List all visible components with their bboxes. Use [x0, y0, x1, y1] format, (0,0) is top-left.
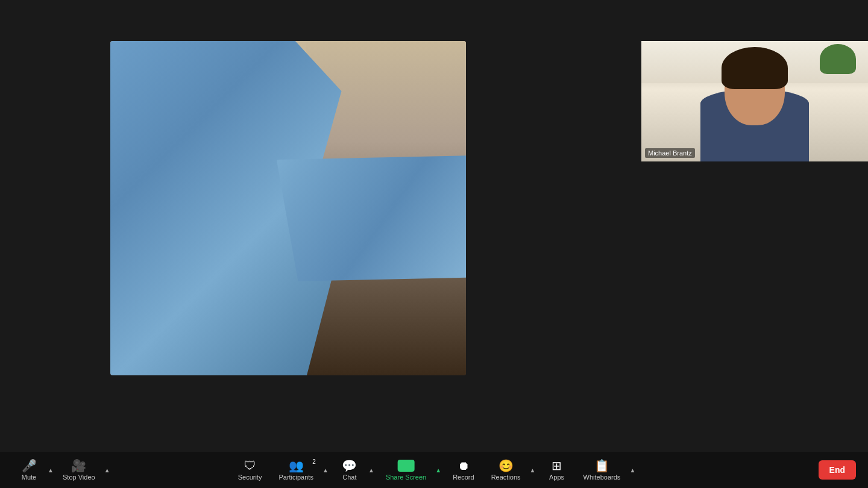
- mute-label: Mute: [22, 474, 36, 481]
- end-button[interactable]: End: [819, 460, 856, 480]
- share-screen-caret[interactable]: ▲: [433, 458, 443, 482]
- security-label: Security: [238, 474, 262, 481]
- reactions-group: 😊 Reactions ▲: [484, 457, 538, 484]
- primary-video-content: [110, 41, 466, 375]
- whiteboards-caret[interactable]: ▲: [627, 458, 637, 482]
- share-screen-group: 🖥 Share Screen ▲: [379, 457, 443, 484]
- mute-button[interactable]: 🎤 Mute: [12, 457, 46, 484]
- share-screen-icon-bg: 🖥: [398, 460, 415, 472]
- microphone-icon: 🎤: [22, 460, 37, 472]
- main-area: Michael Brantz: [0, 0, 868, 452]
- share-screen-label: Share Screen: [386, 474, 426, 481]
- participants-button[interactable]: 👥 Participants 2: [271, 457, 320, 484]
- record-icon: ⏺: [458, 460, 470, 472]
- participants-label: Participants: [278, 474, 313, 481]
- stop-video-group: 🎥 Stop Video ▲: [55, 457, 112, 484]
- share-screen-button[interactable]: 🖥 Share Screen: [379, 457, 433, 484]
- primary-video: [110, 41, 466, 375]
- participants-caret[interactable]: ▲: [321, 458, 330, 482]
- mute-caret[interactable]: ▲: [46, 458, 55, 482]
- pip-name-label: Michael Brantz: [645, 148, 695, 158]
- toolbar-center: 🛡 Security 👥 Participants 2 ▲ 💬 Chat ▲ 🖥: [231, 457, 638, 484]
- reactions-label: Reactions: [491, 474, 521, 481]
- pip-plants: [820, 44, 856, 74]
- chat-button[interactable]: 💬 Chat: [333, 457, 366, 484]
- security-icon: 🛡: [244, 460, 256, 472]
- share-screen-icon: 🖥: [401, 461, 411, 471]
- mute-group: 🎤 Mute ▲: [12, 457, 55, 484]
- camera-icon: 🎥: [71, 460, 86, 472]
- stop-video-button[interactable]: 🎥 Stop Video: [55, 457, 102, 484]
- record-label: Record: [453, 474, 474, 481]
- apps-icon: ⊞: [552, 460, 562, 472]
- reactions-caret[interactable]: ▲: [528, 458, 538, 482]
- participants-count: 2: [312, 458, 316, 465]
- reactions-button[interactable]: 😊 Reactions: [484, 457, 528, 484]
- chat-label: Chat: [342, 474, 356, 481]
- apps-button[interactable]: ⊞ Apps: [540, 457, 574, 484]
- pip-video: Michael Brantz: [641, 41, 868, 161]
- participants-group: 👥 Participants 2 ▲: [271, 457, 330, 484]
- security-button[interactable]: 🛡 Security: [231, 457, 269, 484]
- whiteboards-group: 📋 Whiteboards ▲: [576, 457, 638, 484]
- participants-icon: 👥: [289, 460, 304, 472]
- reactions-icon: 😊: [498, 460, 514, 472]
- toolbar: 🎤 Mute ▲ 🎥 Stop Video ▲ 🛡 Security 👥 Par…: [0, 452, 868, 488]
- toolbar-left: 🎤 Mute ▲ 🎥 Stop Video ▲: [12, 457, 112, 484]
- stop-video-label: Stop Video: [63, 474, 95, 481]
- pip-hair: [722, 47, 788, 89]
- record-button[interactable]: ⏺ Record: [445, 457, 481, 484]
- pip-video-content: [641, 41, 868, 161]
- whiteboards-icon: 📋: [594, 460, 609, 472]
- chat-caret[interactable]: ▲: [366, 458, 376, 482]
- whiteboards-label: Whiteboards: [583, 474, 621, 481]
- stop-video-caret[interactable]: ▲: [102, 458, 112, 482]
- toolbar-right: End: [819, 460, 856, 480]
- apps-label: Apps: [549, 474, 564, 481]
- whiteboards-button[interactable]: 📋 Whiteboards: [576, 457, 628, 484]
- chat-icon: 💬: [342, 460, 357, 472]
- chat-group: 💬 Chat ▲: [333, 457, 376, 484]
